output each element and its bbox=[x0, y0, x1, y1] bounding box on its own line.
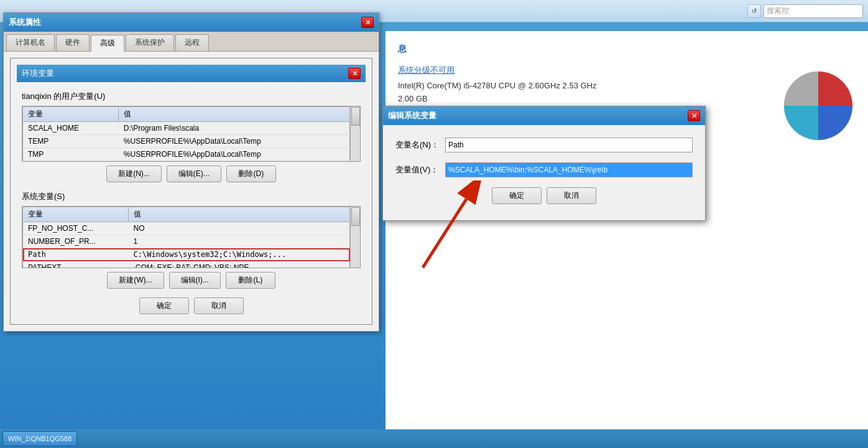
tab-hardware[interactable]: 硬件 bbox=[56, 34, 90, 51]
sys-vars-section: 系统变量(S) 变量 值 FP_NO_HOST_C... NO bbox=[17, 189, 366, 295]
table-row[interactable]: Path C:\Windows\system32;C:\Windows;... bbox=[23, 248, 350, 261]
sys-var-name: PATHEXT bbox=[23, 261, 129, 269]
user-new-btn[interactable]: 新建(N)... bbox=[106, 166, 162, 182]
table-row[interactable]: NUMBER_OF_PR... 1 bbox=[23, 235, 350, 248]
user-vars-title: tianqixin 的用户变量(U) bbox=[22, 91, 361, 102]
sys-edit-btn[interactable]: 编辑(I)... bbox=[169, 272, 221, 289]
user-var-val: %USERPROFILE%\AppData\Local\Temp bbox=[119, 135, 350, 148]
env-var-dialog: 环境变量 ✕ tianqixin 的用户变量(U) 变量 值 bbox=[10, 58, 372, 325]
sys-var-val: C:\Windows\system32;C:\Windows;... bbox=[129, 248, 350, 261]
user-delete-btn[interactable]: 删除(D) bbox=[226, 166, 276, 182]
env-dialog-title: 环境变量 bbox=[22, 68, 54, 79]
taskbar-item[interactable]: WIN_1\QNB1QG588 bbox=[2, 431, 77, 446]
system-props-close-btn[interactable]: ✕ bbox=[361, 17, 374, 28]
sys-delete-btn[interactable]: 删除(L) bbox=[226, 272, 275, 289]
sys-var-name: FP_NO_HOST_C... bbox=[23, 222, 129, 235]
sys-var-name: NUMBER_OF_PR... bbox=[23, 235, 129, 248]
env-bottom-btn-row: 确定 取消 bbox=[17, 297, 366, 314]
sys-var-val: NO bbox=[129, 222, 350, 235]
edit-var-close-btn[interactable]: ✕ bbox=[688, 110, 700, 121]
user-vars-scrollbar[interactable] bbox=[350, 106, 360, 161]
user-vars-table-container: 变量 值 SCALA_HOME D:\Program Files\scala T… bbox=[22, 106, 361, 162]
sys-vars-title: 系统变量(S) bbox=[22, 191, 361, 202]
taskbar: WIN_1\QNB1QG588 bbox=[0, 429, 868, 448]
edit-var-content: 变量名(N)： 变量值(V)： 确定 取消 bbox=[383, 125, 705, 220]
tab-bar: 计算机名 硬件 高级 系统保护 远程 bbox=[4, 32, 379, 52]
var-value-label: 变量值(V)： bbox=[395, 164, 445, 175]
system-info-title: 息 bbox=[398, 44, 856, 55]
search-input[interactable] bbox=[764, 4, 863, 18]
sys-var-val: 1 bbox=[129, 235, 350, 248]
user-vars-col-val: 值 bbox=[119, 107, 350, 122]
tab-remote[interactable]: 远程 bbox=[175, 34, 209, 51]
system-info-area: 息 系统分级不可用 Intel(R) Core(TM) i5-4278U CPU… bbox=[386, 31, 868, 448]
var-name-row: 变量名(N)： bbox=[395, 138, 693, 152]
edit-var-title: 编辑系统变量 bbox=[388, 110, 436, 121]
sys-vars-col-val: 值 bbox=[129, 207, 350, 222]
pie-chart bbox=[781, 68, 856, 143]
sys-new-btn[interactable]: 新建(W)... bbox=[107, 272, 164, 289]
sys-var-name: Path bbox=[23, 248, 129, 261]
edit-var-titlebar: 编辑系统变量 ✕ bbox=[383, 106, 705, 125]
user-vars-table: 变量 值 SCALA_HOME D:\Program Files\scala T… bbox=[22, 106, 350, 161]
var-name-input[interactable] bbox=[445, 138, 693, 152]
table-row[interactable]: TMP %USERPROFILE%\AppData\Local\Temp bbox=[23, 148, 350, 161]
env-cancel-btn[interactable]: 取消 bbox=[194, 297, 244, 314]
env-dialog-close-btn[interactable]: ✕ bbox=[348, 68, 361, 79]
user-edit-btn[interactable]: 编辑(E)... bbox=[167, 166, 221, 182]
edit-var-cancel-btn[interactable]: 取消 bbox=[547, 187, 596, 204]
edit-var-dialog: 编辑系统变量 ✕ 变量名(N)： 变量值(V)： 确定 取消 bbox=[382, 106, 706, 221]
user-var-name: TEMP bbox=[23, 135, 119, 148]
user-vars-col-var: 变量 bbox=[23, 107, 119, 122]
user-var-val: %USERPROFILE%\AppData\Local\Temp bbox=[119, 148, 350, 161]
table-row[interactable]: FP_NO_HOST_C... NO bbox=[23, 222, 350, 235]
var-value-input[interactable] bbox=[445, 162, 693, 177]
system-props-title: 系统属性 bbox=[9, 17, 41, 28]
sys-vars-btn-row: 新建(W)... 编辑(I)... 删除(L) bbox=[22, 272, 361, 289]
sys-vars-table: 变量 值 FP_NO_HOST_C... NO NUMBER_OF_PR... bbox=[22, 207, 350, 268]
dialog-content: 环境变量 ✕ tianqixin 的用户变量(U) 变量 值 bbox=[4, 52, 379, 331]
sys-vars-table-container: 变量 值 FP_NO_HOST_C... NO NUMBER_OF_PR... bbox=[22, 206, 361, 268]
var-name-label: 变量名(N)： bbox=[395, 139, 445, 151]
user-var-val: D:\Program Files\scala bbox=[119, 122, 350, 135]
tab-advanced[interactable]: 高级 bbox=[91, 35, 124, 52]
taskbar-label: WIN_1\QNB1QG588 bbox=[8, 435, 72, 442]
sys-vars-col-var: 变量 bbox=[23, 207, 129, 222]
table-row[interactable]: PATHEXT .COM;.EXE;.BAT;.CMD;.VBS;.NPE... bbox=[23, 261, 350, 269]
env-dialog-titlebar: 环境变量 ✕ bbox=[17, 65, 366, 82]
table-row[interactable]: SCALA_HOME D:\Program Files\scala bbox=[23, 122, 350, 135]
edit-var-ok-btn[interactable]: 确定 bbox=[492, 187, 542, 204]
tab-system-protect[interactable]: 系统保护 bbox=[126, 34, 174, 51]
table-row[interactable]: TEMP %USERPROFILE%\AppData\Local\Temp bbox=[23, 135, 350, 148]
sys-var-val: .COM;.EXE;.BAT;.CMD;.VBS;.NPE... bbox=[129, 261, 350, 269]
user-var-name: TMP bbox=[23, 148, 119, 161]
nav-back-btn[interactable]: ↺ bbox=[747, 4, 761, 18]
user-var-name: SCALA_HOME bbox=[23, 122, 119, 135]
system-props-dialog: 系统属性 ✕ 计算机名 硬件 高级 系统保护 远程 环境变量 ✕ tianqix… bbox=[3, 12, 379, 332]
user-vars-btn-row: 新建(N)... 编辑(E)... 删除(D) bbox=[22, 166, 361, 182]
user-vars-scrollbar-thumb bbox=[351, 107, 360, 126]
system-props-titlebar: 系统属性 ✕ bbox=[4, 13, 379, 32]
user-vars-section: tianqixin 的用户变量(U) 变量 值 SCALA_HOME bbox=[17, 88, 366, 189]
var-value-row: 变量值(V)： bbox=[395, 162, 693, 177]
tab-computer-name[interactable]: 计算机名 bbox=[6, 34, 55, 51]
env-ok-btn[interactable]: 确定 bbox=[139, 297, 189, 314]
sys-vars-scrollbar[interactable] bbox=[350, 207, 360, 268]
edit-var-btn-row: 确定 取消 bbox=[395, 187, 693, 204]
sys-vars-scrollbar-thumb bbox=[351, 207, 360, 226]
